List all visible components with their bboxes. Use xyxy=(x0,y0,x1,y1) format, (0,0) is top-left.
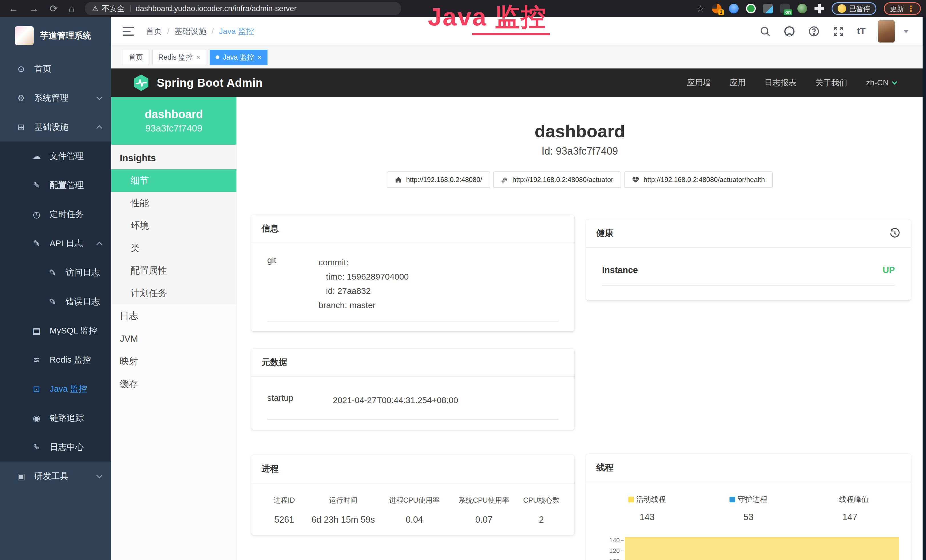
actuator-url-button[interactable]: http://192.168.0.2:48080/actuator xyxy=(493,171,622,188)
avatar[interactable] xyxy=(878,20,895,42)
sidebar-item-file-management[interactable]: ☁ 文件管理 xyxy=(0,141,111,171)
sba-nav-wallboard[interactable]: 应用墙 xyxy=(687,77,711,88)
y-tick: 100 xyxy=(609,558,620,560)
breadcrumb-separator: / xyxy=(212,27,214,36)
monitor-icon: ⊡ xyxy=(30,384,43,394)
metadata-row-label: startup xyxy=(267,393,333,407)
sba-nav-journal[interactable]: 日志报表 xyxy=(764,77,796,88)
extension-badge: 1 xyxy=(719,9,724,15)
legend-label: 活动线程 xyxy=(636,494,666,504)
info-card: 信息 git commit: time: 1596289704000 id: 2… xyxy=(251,215,574,331)
chevron-up-icon xyxy=(96,125,102,131)
tab-java-monitor[interactable]: Java 监控 × xyxy=(210,50,268,65)
sidebar-item-label: Redis 监控 xyxy=(50,354,91,366)
emoji-face-icon xyxy=(838,4,846,13)
divider xyxy=(130,5,131,12)
screen: ← → ⟳ ⌂ ⚠ 不安全 dashboard.yudao.iocoder.cn… xyxy=(0,0,926,560)
breadcrumb-item[interactable]: 基础设施 xyxy=(174,26,206,37)
browser-home-icon[interactable]: ⌂ xyxy=(69,0,75,17)
sba-menu-environment[interactable]: 环境 xyxy=(111,214,236,237)
font-size-icon[interactable]: tT xyxy=(857,26,865,36)
chevron-down-icon xyxy=(96,472,102,478)
update-button[interactable]: 更新 ⋮ xyxy=(884,2,921,15)
extension-icon-pin[interactable] xyxy=(729,4,738,14)
sidebar-item-scheduled-tasks[interactable]: ◷ 定时任务 xyxy=(0,200,111,229)
extension-icon-leaf[interactable] xyxy=(797,4,807,14)
sba-nav-applications[interactable]: 应用 xyxy=(730,77,746,88)
close-icon[interactable]: × xyxy=(257,53,262,61)
threads-card: 线程 活动线程 143 守护进程 53 线 xyxy=(586,454,911,560)
info-git-row: git commit: time: 1596289704000 id: 27aa… xyxy=(267,255,558,321)
health-url-button[interactable]: http://192.168.0.2:48080/actuator/health xyxy=(624,171,773,188)
help-icon[interactable] xyxy=(808,26,820,37)
sba-menu-classes[interactable]: 类 xyxy=(111,237,236,259)
sba-menu-metrics[interactable]: 性能 xyxy=(111,192,236,214)
sidebar-item-api-logs[interactable]: ✎ API 日志 xyxy=(0,229,111,258)
browser-reload-icon[interactable]: ⟳ xyxy=(50,0,58,17)
paused-pill[interactable]: 已暂停 xyxy=(832,2,876,15)
left-column: 信息 git commit: time: 1596289704000 id: 2… xyxy=(251,215,574,535)
tab-redis-monitor[interactable]: Redis 监控 × xyxy=(152,50,206,65)
process-header: 运行时间 xyxy=(307,495,380,505)
annotation-text: Java 监控 xyxy=(428,0,547,34)
sba-menu-details[interactable]: 细节 xyxy=(111,169,236,192)
service-url-button[interactable]: http://192.168.0.2:48080/ xyxy=(387,171,490,188)
breadcrumb-item[interactable]: 首页 xyxy=(146,26,162,37)
home-icon xyxy=(395,176,402,183)
sidebar-item-dev-tools[interactable]: ▣ 研发工具 xyxy=(0,462,111,491)
threads-chart-yaxis: 140 120 100 xyxy=(596,535,624,560)
live-threads-value: 143 xyxy=(596,512,698,522)
threads-chart: 140 120 100 xyxy=(596,535,900,560)
card-title: 进程 xyxy=(262,463,278,475)
bookmark-star-icon[interactable]: ☆ xyxy=(696,3,704,14)
sidebar-item-log-center[interactable]: ✎ 日志中心 xyxy=(0,433,111,462)
sba-menu-config-props[interactable]: 配置属性 xyxy=(111,259,236,282)
sidebar-item-mysql-monitor[interactable]: ▤ MySQL 监控 xyxy=(0,316,111,345)
tab-home[interactable]: 首页 xyxy=(123,50,149,65)
address-bar[interactable]: ⚠ 不安全 dashboard.yudao.iocoder.cn/infra/a… xyxy=(85,2,401,15)
chevron-down-icon xyxy=(96,94,102,100)
instance-id-line: Id: 93a3fc7f7409 xyxy=(237,145,923,157)
sidebar-toggle-icon[interactable] xyxy=(123,27,134,36)
sidebar-item-tracing[interactable]: ◉ 链路追踪 xyxy=(0,403,111,433)
sidebar-item-system[interactable]: ⚙ 系统管理 xyxy=(0,83,111,112)
github-icon[interactable] xyxy=(784,26,795,37)
sba-menu-caches[interactable]: 缓存 xyxy=(111,373,236,396)
gear-icon: ⚙ xyxy=(15,93,27,103)
sba-brand[interactable]: Spring Boot Admin xyxy=(132,73,263,92)
sba-menu-mappings[interactable]: 映射 xyxy=(111,350,236,373)
extension-icon-grid[interactable] xyxy=(763,4,773,14)
sba-language-select[interactable]: zh-CN xyxy=(866,78,896,87)
browser-back-icon[interactable]: ← xyxy=(9,0,18,17)
extensions-puzzle-icon[interactable] xyxy=(814,4,824,14)
sba-menu-scheduled[interactable]: 计划任务 xyxy=(111,282,236,304)
extension-icon-green[interactable] xyxy=(746,4,756,14)
sidebar-item-config-management[interactable]: ✎ 配置管理 xyxy=(0,171,111,200)
sidebar-item-java-monitor[interactable]: ⊡ Java 监控 xyxy=(0,374,111,403)
close-icon[interactable]: × xyxy=(196,53,200,61)
sidebar-item-redis-monitor[interactable]: ≋ Redis 监控 xyxy=(0,345,111,374)
info-row-label: git xyxy=(267,255,319,312)
sba-nav-about[interactable]: 关于我们 xyxy=(816,77,847,88)
history-icon[interactable] xyxy=(889,228,900,239)
extension-icon-switch[interactable]: on xyxy=(780,4,790,14)
sba-insights-block: Insights 细节 性能 环境 类 配置属性 计划任务 xyxy=(111,145,236,304)
sba-menu-logs[interactable]: 日志 xyxy=(111,304,236,327)
update-label: 更新 xyxy=(890,4,904,14)
caret-down-icon[interactable] xyxy=(903,30,909,33)
service-url: http://192.168.0.2:48080/ xyxy=(406,176,482,184)
sidebar-item-access-logs[interactable]: ✎ 访问日志 xyxy=(0,258,111,287)
sba-menu-jvm[interactable]: JVM xyxy=(111,327,236,350)
sidebar-item-label: 日志中心 xyxy=(50,441,84,453)
fullscreen-icon[interactable] xyxy=(832,26,844,37)
sidebar-item-error-logs[interactable]: ✎ 错误日志 xyxy=(0,287,111,316)
browser-forward-icon[interactable]: → xyxy=(29,0,39,17)
extension-icon-orange[interactable]: 1 xyxy=(712,4,722,14)
sidebar-item-infrastructure[interactable]: ⊞ 基础设施 xyxy=(0,112,111,141)
search-icon[interactable] xyxy=(760,26,771,37)
browser-menu-icon[interactable]: ⋮ xyxy=(907,4,915,14)
schedule-icon: ◷ xyxy=(30,209,43,219)
sidebar-item-label: 配置管理 xyxy=(50,179,84,191)
sidebar-item-home[interactable]: ⊙ 首页 xyxy=(0,54,111,83)
edit-icon: ✎ xyxy=(46,297,59,307)
